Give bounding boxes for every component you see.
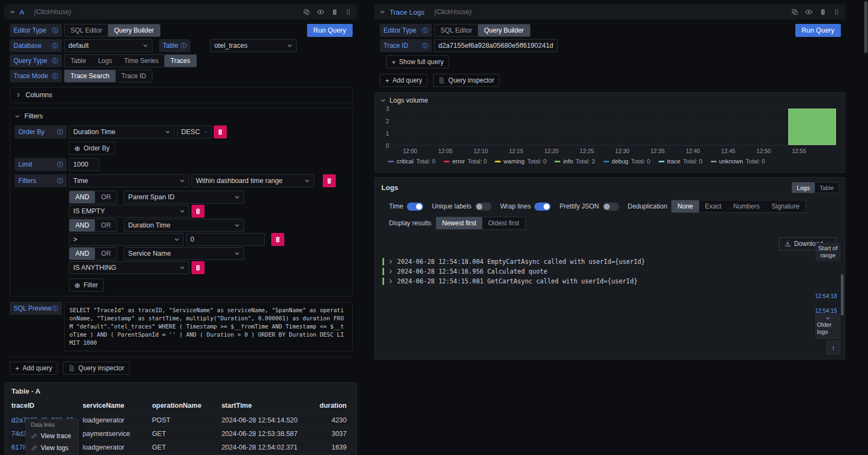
dedup-signature-option[interactable]: Signature: [765, 200, 805, 212]
filter-field-select[interactable]: Parent Span ID: [124, 191, 244, 204]
info-icon[interactable]: ⓘ: [52, 42, 58, 50]
trace-id-option[interactable]: Trace ID: [116, 70, 152, 82]
database-select[interactable]: default: [64, 39, 152, 52]
filter-field-select[interactable]: Service Name: [124, 247, 244, 260]
log-row[interactable]: 2024-06-28 12:54:15.081 GetCartAsync cal…: [382, 276, 810, 286]
logs-volume-header[interactable]: Logs volume: [380, 97, 839, 104]
info-icon[interactable]: ⓘ: [57, 128, 63, 136]
order-direction-select[interactable]: DESC: [177, 125, 212, 138]
show-full-query-button[interactable]: + Show full query: [386, 55, 449, 68]
filter-operator-select[interactable]: IS EMPTY: [69, 205, 189, 218]
expand-chevron-icon[interactable]: [388, 259, 393, 264]
collapse-chevron-icon[interactable]: [10, 9, 15, 15]
query-builder-option[interactable]: Query Builder: [478, 24, 529, 36]
dedup-numbers-option[interactable]: Numbers: [727, 200, 766, 212]
oldest-first-option[interactable]: Oldest first: [482, 217, 525, 229]
wrap-lines-toggle[interactable]: [534, 203, 551, 211]
trace-id-input[interactable]: [434, 39, 558, 52]
trace-search-option[interactable]: Trace Search: [65, 70, 116, 82]
query-inspector-button[interactable]: Query inspector: [63, 362, 130, 375]
query-refid[interactable]: Trace Logs: [390, 8, 425, 16]
view-trace-menu-item[interactable]: View trace: [26, 430, 78, 442]
table-select[interactable]: otel_traces: [210, 39, 297, 52]
add-filter-button[interactable]: ⊕ Filter: [69, 279, 104, 292]
expand-chevron-icon[interactable]: [388, 279, 393, 284]
info-icon[interactable]: ⓘ: [422, 27, 428, 35]
query-builder-option[interactable]: Query Builder: [108, 24, 159, 36]
or-option[interactable]: OR: [95, 219, 117, 231]
remove-time-filter-button[interactable]: [323, 174, 336, 187]
log-row[interactable]: 2024-06-28 12:54:16.956 Calculated quote: [382, 267, 810, 276]
logs-view-option[interactable]: Logs: [792, 182, 815, 193]
run-query-button[interactable]: Run Query: [307, 24, 353, 37]
scroll-to-top-button[interactable]: ↑: [826, 340, 840, 355]
or-option[interactable]: OR: [95, 191, 117, 203]
filter-time-range-select[interactable]: Within dashboard time range: [192, 174, 314, 187]
legend-item-debug[interactable]: debugTotal: 0: [603, 158, 650, 165]
column-header[interactable]: serviceName: [82, 400, 152, 414]
legend-item-info[interactable]: infoTotal: 3: [554, 158, 595, 165]
log-row[interactable]: 2024-06-28 12:54:18.004 EmptyCartAsync c…: [382, 257, 810, 267]
add-query-button[interactable]: + Add query: [380, 74, 427, 87]
filter-operator-select[interactable]: IS ANYTHING: [69, 261, 189, 274]
collapse-chevron-icon[interactable]: [380, 9, 385, 15]
range-timestamp[interactable]: 12:54:18: [815, 293, 837, 299]
older-logs-button[interactable]: Older logs: [815, 313, 840, 339]
info-icon[interactable]: ⓘ: [52, 57, 58, 65]
legend-item-error[interactable]: errorTotal: 0: [444, 158, 487, 165]
info-icon[interactable]: ⓘ: [52, 27, 58, 35]
remove-duration-filter-button[interactable]: [271, 233, 284, 246]
filter-field-select[interactable]: Duration Time: [124, 219, 244, 232]
query-type-table[interactable]: Table: [65, 55, 92, 67]
query-type-traces[interactable]: Traces: [164, 55, 196, 67]
and-option[interactable]: AND: [69, 219, 95, 231]
legend-item-trace[interactable]: traceTotal: 0: [659, 158, 703, 165]
info-icon[interactable]: ⓘ: [57, 177, 63, 185]
query-refid[interactable]: A: [20, 8, 24, 16]
hide-response-icon[interactable]: [805, 8, 813, 16]
drag-handle-icon[interactable]: [833, 9, 840, 15]
query-type-timeseries[interactable]: Time Series: [118, 55, 165, 67]
legend-item-unknown[interactable]: unknownTotal: 0: [711, 158, 765, 165]
info-icon[interactable]: ⓘ: [52, 305, 58, 313]
newest-first-option[interactable]: Newest first: [436, 217, 482, 229]
or-option[interactable]: OR: [95, 248, 117, 260]
sql-editor-option[interactable]: SQL Editor: [65, 24, 108, 36]
legend-item-critical[interactable]: criticalTotal: 0: [388, 158, 436, 165]
expand-chevron-icon[interactable]: [388, 269, 393, 274]
limit-input[interactable]: [69, 158, 99, 171]
page-scrollbar-thumb[interactable]: [864, 1, 867, 53]
order-by-field-select[interactable]: Duration Time: [69, 125, 175, 138]
remove-service-name-filter-button[interactable]: [192, 261, 205, 274]
info-icon[interactable]: ⓘ: [57, 161, 63, 169]
prettify-json-toggle[interactable]: [603, 203, 619, 211]
dedup-exact-option[interactable]: Exact: [699, 200, 727, 212]
dedup-none-option[interactable]: None: [672, 200, 699, 212]
query-inspector-button[interactable]: Query inspector: [433, 74, 500, 87]
filter-value-input[interactable]: [186, 233, 265, 246]
time-toggle[interactable]: [407, 203, 423, 211]
column-header[interactable]: startTime: [221, 400, 312, 414]
remove-order-by-button[interactable]: [214, 125, 227, 138]
log-scrollbar-thumb[interactable]: [841, 274, 844, 315]
column-header[interactable]: duration: [312, 400, 350, 414]
drag-handle-icon[interactable]: [345, 9, 352, 15]
and-option[interactable]: AND: [69, 191, 95, 203]
columns-section-toggle[interactable]: Columns: [10, 87, 353, 103]
column-header[interactable]: operationName: [152, 400, 221, 414]
hide-response-icon[interactable]: [317, 8, 324, 16]
remove-parent-span-filter-button[interactable]: [192, 205, 205, 218]
add-order-by-button[interactable]: ⊕ Order By: [69, 142, 115, 155]
info-icon[interactable]: ⓘ: [181, 42, 187, 50]
unique-labels-toggle[interactable]: [475, 203, 492, 211]
filter-time-field-select[interactable]: Time: [69, 174, 189, 187]
table-view-option[interactable]: Table: [815, 182, 839, 193]
column-header[interactable]: traceID: [11, 400, 82, 414]
filter-operator-select[interactable]: >: [69, 233, 184, 246]
filters-section-toggle[interactable]: Filters: [15, 112, 348, 120]
and-option[interactable]: AND: [69, 248, 95, 260]
remove-query-icon[interactable]: [331, 9, 338, 15]
remove-query-icon[interactable]: [820, 9, 826, 15]
panel-title[interactable]: Table - A: [11, 386, 350, 400]
duplicate-query-icon[interactable]: [303, 9, 310, 15]
